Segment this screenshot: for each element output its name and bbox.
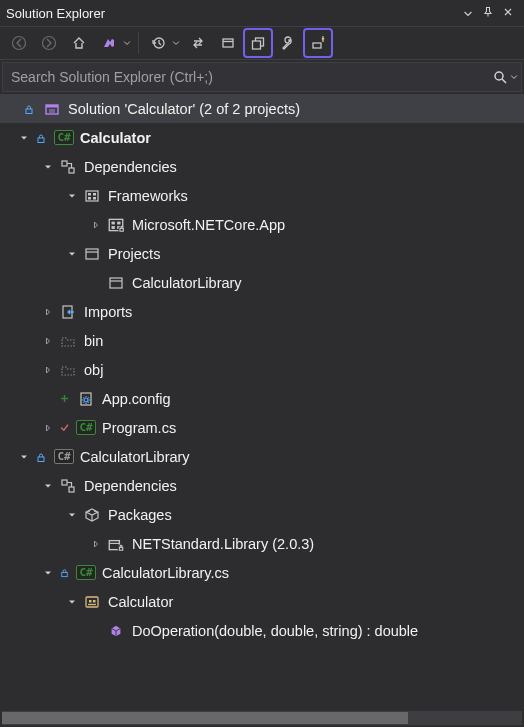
project-node[interactable]: C# CalculatorLibrary [0, 442, 524, 471]
folder-node-bin[interactable]: bin [0, 326, 524, 355]
search-bar [2, 62, 522, 92]
expander-icon[interactable] [64, 594, 80, 610]
node-label: obj [84, 362, 103, 378]
framework-icon [82, 186, 102, 206]
toolbar [0, 26, 524, 60]
node-label: Imports [84, 304, 132, 320]
dependencies-icon [58, 476, 78, 496]
expander-icon[interactable] [40, 159, 56, 175]
expander-icon[interactable] [40, 420, 56, 436]
dependencies-node[interactable]: Dependencies [0, 152, 524, 181]
git-modified-icon [58, 418, 70, 438]
expander-icon[interactable] [64, 188, 80, 204]
solution-node[interactable]: Solution 'Calculator' (2 of 2 projects) [0, 94, 524, 123]
class-icon [82, 592, 102, 612]
expander-icon[interactable] [88, 536, 104, 552]
node-label: bin [84, 333, 103, 349]
lock-icon [58, 563, 70, 583]
config-file-icon [76, 389, 96, 409]
switch-views-dropdown[interactable] [122, 38, 132, 48]
dependencies-icon [58, 157, 78, 177]
close-button[interactable] [498, 6, 518, 21]
lock-icon [34, 128, 48, 148]
expander-icon[interactable] [40, 478, 56, 494]
horizontal-scrollbar[interactable] [2, 711, 522, 725]
search-input[interactable] [3, 69, 489, 85]
package-lock-icon [106, 534, 126, 554]
expander-icon[interactable] [16, 130, 32, 146]
node-label: CalculatorLibrary.cs [102, 565, 229, 581]
refresh-button[interactable] [215, 30, 241, 56]
pending-changes-dropdown[interactable] [171, 38, 181, 48]
project-ref-node[interactable]: CalculatorLibrary [0, 268, 524, 297]
solution-icon [42, 99, 62, 119]
node-label: DoOperation(double, double, string) : do… [132, 623, 418, 639]
imports-icon [58, 302, 78, 322]
solution-label: Solution 'Calculator' (2 of 2 projects) [68, 101, 300, 117]
lock-icon [22, 99, 36, 119]
expander-icon[interactable] [64, 507, 80, 523]
preview-selected-button[interactable] [305, 30, 331, 56]
dependencies-node[interactable]: Dependencies [0, 471, 524, 500]
package-icon [82, 505, 102, 525]
properties-button[interactable] [275, 30, 301, 56]
expander-icon[interactable] [16, 449, 32, 465]
switch-views-button[interactable] [96, 30, 122, 56]
node-label: Packages [108, 507, 172, 523]
expander-icon[interactable] [40, 304, 56, 320]
node-label: Microsoft.NETCore.App [132, 217, 285, 233]
expander-icon[interactable] [64, 246, 80, 262]
projects-node[interactable]: Projects [0, 239, 524, 268]
tree-view[interactable]: Solution 'Calculator' (2 of 2 projects) … [0, 94, 524, 709]
node-label: Dependencies [84, 159, 177, 175]
sync-active-document-button[interactable] [185, 30, 211, 56]
csharp-file-icon: C# [76, 563, 96, 583]
search-button[interactable] [489, 63, 521, 91]
expander-icon[interactable] [88, 217, 104, 233]
expander-icon[interactable] [40, 333, 56, 349]
expander-icon[interactable] [40, 362, 56, 378]
csharp-file-icon: C# [76, 418, 96, 438]
node-label: App.config [102, 391, 171, 407]
folder-icon [82, 244, 102, 264]
class-node[interactable]: Calculator [0, 587, 524, 616]
package-ref-node[interactable]: NETStandard.Library (2.0.3) [0, 529, 524, 558]
file-node-appconfig[interactable]: App.config [0, 384, 524, 413]
node-label: Projects [108, 246, 160, 262]
assembly-icon [106, 215, 126, 235]
project-label: Calculator [80, 130, 151, 146]
node-label: CalculatorLibrary [132, 275, 242, 291]
frameworks-node[interactable]: Frameworks [0, 181, 524, 210]
folder-node-obj[interactable]: obj [0, 355, 524, 384]
pin-button[interactable] [478, 5, 498, 22]
collapse-all-button[interactable] [245, 30, 271, 56]
csharp-project-icon: C# [54, 447, 74, 467]
window-menu-button[interactable] [458, 6, 478, 21]
scrollbar-thumb[interactable] [2, 712, 408, 724]
node-label: Calculator [108, 594, 173, 610]
forward-button[interactable] [36, 30, 62, 56]
back-button[interactable] [6, 30, 32, 56]
home-button[interactable] [66, 30, 92, 56]
method-node[interactable]: DoOperation(double, double, string) : do… [0, 616, 524, 645]
file-node-calclibcs[interactable]: C# CalculatorLibrary.cs [0, 558, 524, 587]
hidden-folder-icon [58, 360, 78, 380]
file-node-programcs[interactable]: C# Program.cs [0, 413, 524, 442]
framework-ref-node[interactable]: Microsoft.NETCore.App [0, 210, 524, 239]
toolbar-separator [138, 32, 139, 54]
hidden-folder-icon [58, 331, 78, 351]
lock-icon [34, 447, 48, 467]
panel-title: Solution Explorer [6, 6, 458, 21]
csharp-project-icon: C# [54, 128, 74, 148]
packages-node[interactable]: Packages [0, 500, 524, 529]
node-label: Dependencies [84, 478, 177, 494]
project-label: CalculatorLibrary [80, 449, 190, 465]
pending-changes-filter-button[interactable] [145, 30, 171, 56]
expander-icon[interactable] [40, 565, 56, 581]
imports-node[interactable]: Imports [0, 297, 524, 326]
git-added-icon [58, 389, 70, 409]
project-node[interactable]: C# Calculator [0, 123, 524, 152]
method-icon [106, 621, 126, 641]
panel-titlebar: Solution Explorer [0, 0, 524, 26]
node-label: Frameworks [108, 188, 188, 204]
